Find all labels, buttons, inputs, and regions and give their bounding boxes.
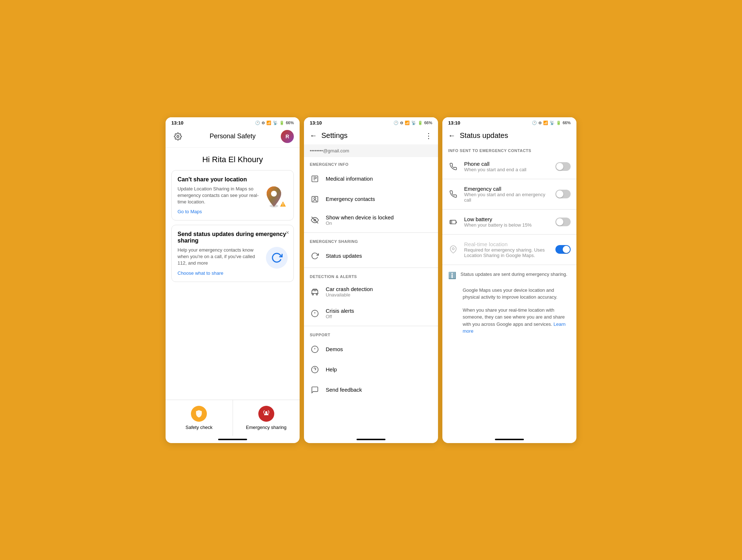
section-detection-alerts: DETECTION & ALERTS [304, 269, 438, 281]
demos-item[interactable]: Demos [304, 339, 438, 359]
emergency-contacts-title: Emergency contacts [326, 196, 432, 202]
medical-information-item[interactable]: Medical information [304, 169, 438, 189]
svg-point-9 [314, 197, 316, 199]
emergency-call-title: Emergency call [464, 186, 550, 192]
status-card-title: Send status updates during emergency sha… [178, 231, 288, 244]
status-updates-item[interactable]: Status updates [304, 246, 438, 266]
greeting-text: Hi Rita El Khoury [166, 148, 300, 170]
status-time-2: 13:10 [310, 120, 322, 126]
crisis-alerts-item[interactable]: Crisis alerts Off [304, 303, 438, 324]
phone-call-title: Phone call [464, 161, 550, 167]
user-avatar[interactable]: R [281, 130, 294, 143]
status-time-3: 13:10 [448, 120, 460, 126]
battery-icon: 🔋 [279, 121, 284, 125]
emergency-contacts-item[interactable]: Emergency contacts [304, 189, 438, 209]
alarm-icon-2: 🕐 [393, 121, 399, 125]
status-bar-1: 13:10 🕐 ⊖ 📶 📡 🔋 66% [166, 117, 300, 127]
settings-back-button[interactable]: ← [310, 131, 317, 140]
divider-t2 [442, 209, 576, 210]
svg-point-24 [452, 248, 454, 250]
show-when-locked-item[interactable]: Show when device is locked On [304, 209, 438, 231]
battery-text-3: 66% [563, 121, 571, 125]
bottom-action-buttons: Safety check Emergency sharing [166, 400, 300, 436]
location-card-body: Update Location Sharing in Maps so emerg… [178, 186, 260, 206]
svg-line-11 [312, 216, 318, 223]
send-feedback-item[interactable]: Send feedback [304, 380, 438, 400]
info-circle-icon: ℹ️ [448, 271, 456, 279]
emergency-sharing-icon [258, 406, 274, 422]
status-updates-card: Send status updates during emergency sha… [171, 225, 294, 282]
emergency-call-text: Emergency call When you start and end an… [464, 186, 550, 203]
status-card-body: Help your emergency contacts know when y… [178, 247, 262, 267]
divider-3 [304, 326, 438, 326]
emergency-sharing-label: Emergency sharing [246, 425, 287, 430]
nav-indicator-3 [495, 439, 524, 440]
settings-more-button[interactable]: ⋮ [425, 131, 432, 140]
battery-icon-2: 🔋 [418, 121, 423, 125]
divider-t1 [442, 179, 576, 179]
emergency-contacts-icon [310, 194, 320, 204]
screen1-title: Personal Safety [184, 132, 281, 140]
svg-text:!: ! [282, 202, 283, 206]
alarm-icon: 🕐 [255, 121, 260, 125]
status-icons-3: 🕐 ⊖ 📶 📡 🔋 66% [532, 121, 571, 125]
emergency-sharing-button[interactable]: Emergency sharing [233, 400, 300, 436]
divider-t4 [442, 265, 576, 265]
status-updates-back-button[interactable]: ← [448, 131, 455, 140]
svg-point-20 [312, 366, 318, 372]
emergency-call-toggle[interactable] [555, 190, 571, 198]
phone-call-text: Phone call When you start and end a call [464, 161, 550, 172]
phone-call-icon [448, 161, 458, 172]
dnd-icon: ⊖ [262, 121, 265, 125]
info-line-3: When you share your real-time location w… [442, 304, 576, 338]
divider-2 [304, 268, 438, 268]
dnd-icon-3: ⊖ [538, 121, 542, 125]
crisis-alerts-text: Crisis alerts Off [326, 308, 432, 319]
realtime-location-toggle[interactable] [555, 245, 571, 254]
send-feedback-icon [310, 385, 320, 395]
svg-point-2 [271, 191, 277, 197]
info-sent-label: INFO SENT TO EMERGENCY CONTACTS [442, 144, 576, 156]
wifi-icon-3: 📶 [543, 121, 548, 125]
help-title: Help [326, 366, 432, 372]
screen1-header: Personal Safety R [166, 127, 300, 148]
status-time-1: 13:10 [171, 120, 183, 126]
section-emergency-info: EMERGENCY INFO [304, 157, 438, 169]
realtime-location-title: Real-time location [464, 241, 550, 247]
crisis-alerts-title: Crisis alerts [326, 308, 432, 314]
status-icons-2: 🕐 ⊖ 📶 📡 🔋 66% [393, 121, 432, 125]
phone-call-sub: When you start and end a call [464, 167, 550, 172]
car-crash-text: Car crash detection Unavailable [326, 286, 432, 298]
signal-icon-2: 📡 [411, 121, 416, 125]
phone-call-toggle[interactable] [555, 162, 571, 171]
location-card: Can't share your location Update Locatio… [171, 170, 294, 221]
screen2-settings: 13:10 🕐 ⊖ 📶 📡 🔋 66% ← Settings ⋮ •••••••… [304, 117, 438, 443]
show-locked-sub: On [326, 220, 432, 226]
screens-container: 13:10 🕐 ⊖ 📶 📡 🔋 66% Personal Safety R [166, 117, 576, 443]
car-crash-detection-item[interactable]: Car crash detection Unavailable [304, 281, 438, 303]
crisis-alerts-icon [310, 308, 320, 319]
wifi-icon-2: 📶 [405, 121, 410, 125]
divider-1 [304, 232, 438, 233]
go-to-maps-link[interactable]: Go to Maps [178, 209, 260, 214]
maps-icon-container: ! [264, 186, 288, 209]
car-crash-icon [310, 287, 320, 297]
status-updates-header: ← Status updates [442, 127, 576, 144]
status-card-content: Help your emergency contacts know when y… [178, 247, 288, 276]
dnd-icon-2: ⊖ [400, 121, 403, 125]
svg-point-12 [312, 294, 314, 295]
signal-icon-3: 📡 [550, 121, 555, 125]
svg-point-5 [265, 411, 267, 413]
info-line-2: Google Maps uses your device location an… [442, 284, 576, 304]
help-text: Help [326, 366, 432, 372]
close-status-card-button[interactable]: × [286, 230, 289, 236]
low-battery-toggle-row: Low battery When your battery is below 1… [442, 211, 576, 233]
help-item[interactable]: Help [304, 359, 438, 380]
realtime-location-toggle-row: Real-time location Required for emergenc… [442, 236, 576, 263]
settings-gear-button[interactable] [171, 130, 184, 143]
choose-what-to-share-link[interactable]: Choose what to share [178, 270, 262, 276]
show-locked-text: Show when device is locked On [326, 214, 432, 226]
settings-header: ← Settings ⋮ [304, 127, 438, 144]
low-battery-toggle[interactable] [555, 218, 571, 226]
safety-check-button[interactable]: Safety check [166, 400, 233, 436]
